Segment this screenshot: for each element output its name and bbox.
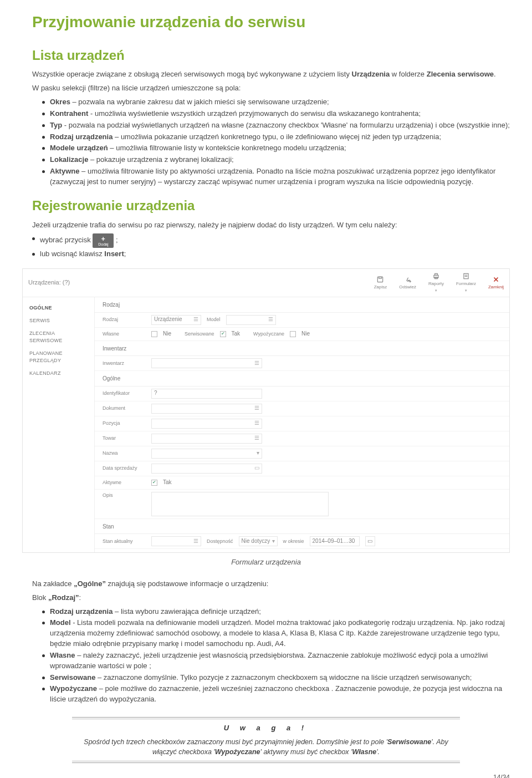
warning-title: U w a g a ! <box>72 723 460 734</box>
label-aktywne: Aktywne <box>103 479 146 486</box>
section-rejestr-title: Rejestrowanie urządzenia <box>32 196 510 216</box>
sidebar-item-serwis[interactable]: SERWIS <box>23 314 94 327</box>
reports-button[interactable]: Raporty ▾ <box>428 272 444 293</box>
page-number: 14/34 <box>22 773 510 778</box>
label-opis: Opis <box>103 492 146 499</box>
section2-lead: Jeżeli urządzenie trafia do serwisu po r… <box>32 220 510 231</box>
model-input[interactable]: ☰ <box>226 315 276 325</box>
page-title: Przyjmowanie urządzenia do serwisu <box>32 11 510 34</box>
list-icon: ☰ <box>254 434 259 443</box>
sidebar-item-ogolne[interactable]: OGÓLNE <box>23 302 94 314</box>
list-icon: ☰ <box>254 359 259 368</box>
label-data-sprz: Data sprzedaży <box>103 465 146 472</box>
list-item: Aktywne – umożliwia filtrowanie listy po… <box>42 166 510 187</box>
close-button[interactable]: Zamknij <box>488 276 504 291</box>
warning-body: Spośród tych trzech checkboxów zaznaczon… <box>72 737 460 757</box>
svg-rect-3 <box>435 274 438 276</box>
form-header-title: Urządzenia: (?) <box>28 278 70 287</box>
label-dostepnosc: Dostępność <box>207 538 233 545</box>
sidebar-item-kalendarz[interactable]: KALENDARZ <box>23 367 94 380</box>
dostepnosc-select[interactable]: Nie dotyczy▾ <box>239 536 278 546</box>
section1-list: Okres – pozwala na wybranie zakresu dat … <box>32 97 510 187</box>
list-item: Rodzaj urządzenia – umożliwia pokazanie … <box>42 132 510 143</box>
label-ident: Identyfikator <box>103 390 146 397</box>
list-icon: ☰ <box>268 316 273 324</box>
list-item: wybrać przycisk + Dodaj ; <box>32 233 510 248</box>
wypozyczane-checkbox[interactable] <box>290 331 296 337</box>
list-item: Typ - pozwala na podział wyświetlanych u… <box>42 120 510 131</box>
list-item: Własne – należy zaznaczyć, jeżeli urządz… <box>42 650 510 672</box>
section1-intro: Wszystkie operacje związane z obsługą zl… <box>32 69 510 80</box>
pozycja-input[interactable]: ☰ <box>151 419 262 429</box>
label-model: Model <box>207 316 221 323</box>
dokument-input[interactable]: ☰ <box>151 404 262 414</box>
label-rodzaj: Rodzaj <box>103 316 146 323</box>
list-icon: ☰ <box>193 316 198 324</box>
stan-input[interactable]: ☰ <box>151 536 201 546</box>
label-wlasne: Własne <box>103 330 146 338</box>
section-lista-title: Lista urządzeń <box>32 46 510 65</box>
chevron-down-icon: ▾ <box>272 537 275 546</box>
lists-button[interactable]: Formularz ▾ <box>456 272 476 293</box>
chevron-down-icon: ▾ <box>435 288 437 293</box>
list-item: Lokalizacje – pokazuje urządzenia z wybr… <box>42 155 510 165</box>
save-icon <box>376 276 385 283</box>
section1-lead2: W pasku selekcji (filtrze) na liście urz… <box>32 83 510 94</box>
list-item: Wypożyczane – pole możliwe do zaznaczeni… <box>42 684 510 705</box>
rodzaj-input[interactable]: Urządzenie☰ <box>151 315 201 325</box>
data-input[interactable]: ▭ <box>151 464 262 474</box>
opis-textarea[interactable] <box>151 492 329 516</box>
printer-icon <box>432 272 441 280</box>
section2-list: wybrać przycisk + Dodaj ; lub wcisnąć kl… <box>22 233 510 260</box>
section3-lead2: Blok „Rodzaj”: <box>32 593 510 603</box>
serwisowane-checkbox[interactable]: ✔ <box>220 331 226 337</box>
list-icon: ☰ <box>254 404 259 413</box>
section3-lead: Na zakładce „Ogólne” znajdują się podsta… <box>32 579 510 589</box>
label-inwentarz: Inwentarz <box>103 360 146 367</box>
towar-input[interactable]: ☰ <box>151 434 262 444</box>
form-sidebar: OGÓLNE SERWIS ZLECENIA SERWISOWE PLANOWA… <box>23 297 95 552</box>
sidebar-item-zlecenia[interactable]: ZLECENIA SERWISOWE <box>23 327 94 347</box>
label-towar: Towar <box>103 435 146 442</box>
form-toolbar: Zapisz Odśwież Raporty ▾ Formularz ▾ Zam… <box>374 272 504 293</box>
sidebar-item-przeglady[interactable]: PLANOWANE PRZEGLĄDY <box>23 347 94 367</box>
calendar-icon: ▭ <box>365 536 375 546</box>
group-rodzaj-title: Rodzaj <box>95 297 509 313</box>
close-icon <box>492 276 500 283</box>
wrench-icon <box>403 276 412 283</box>
list-item: lub wcisnąć klawisz Insert; <box>32 249 510 260</box>
section3-list: Rodzaj urządzenia – lista wyboru zawiera… <box>32 607 510 705</box>
group-ogolne-title: Ogólne <box>95 371 509 387</box>
ident-input[interactable]: ? <box>151 389 262 399</box>
wlasne-checkbox[interactable] <box>151 331 157 337</box>
nazwa-input[interactable]: ▾ <box>151 449 262 459</box>
list-icon: ☰ <box>193 537 198 546</box>
label-wypozyczane: Wypożyczane <box>253 330 284 338</box>
svg-rect-1 <box>379 277 382 278</box>
label-stan: Stan aktualny <box>103 538 146 545</box>
save-button[interactable]: Zapisz <box>374 276 387 291</box>
form-caption: Formularz urządzenia <box>22 557 510 568</box>
label-nazwa: Nazwa <box>103 450 146 457</box>
label-dokument: Dokument <box>103 405 146 412</box>
label-pozycja: Pozycja <box>103 420 146 427</box>
add-button[interactable]: + Dodaj <box>93 233 114 248</box>
aktywne-checkbox[interactable]: ✔ <box>151 480 157 486</box>
refresh-button[interactable]: Odśwież <box>399 276 416 291</box>
label-serwisowane: Serwisowane <box>185 330 214 338</box>
group-inwentarz-title: Inwentarz <box>95 341 509 357</box>
list-item: Modele urządzeń – umożliwia filtrowanie … <box>42 143 510 154</box>
list-item: Kontrahent - umożliwia wyświetlenie wszy… <box>42 109 510 119</box>
chevron-down-icon: ▾ <box>257 449 259 457</box>
label-okres: w okresie <box>283 538 304 545</box>
group-stan-title: Stan <box>95 519 509 535</box>
warning-box: U w a g a ! Spośród tych trzech checkbox… <box>72 717 460 763</box>
okres-date[interactable]: 2014–09–01…30 <box>310 536 360 546</box>
svg-rect-0 <box>378 277 383 282</box>
form-header: Urządzenia: (?) Zapisz Odśwież Raporty ▾… <box>23 269 509 297</box>
inwentarz-input[interactable]: ☰ <box>151 358 262 368</box>
list-icon: ☰ <box>254 419 259 428</box>
list-item: Model - Lista modeli pozwala na definiow… <box>42 618 510 649</box>
form-main: Rodzaj Rodzaj Urządzenie☰ Model ☰ Własne… <box>95 297 509 552</box>
calendar-icon: ▭ <box>254 464 259 472</box>
